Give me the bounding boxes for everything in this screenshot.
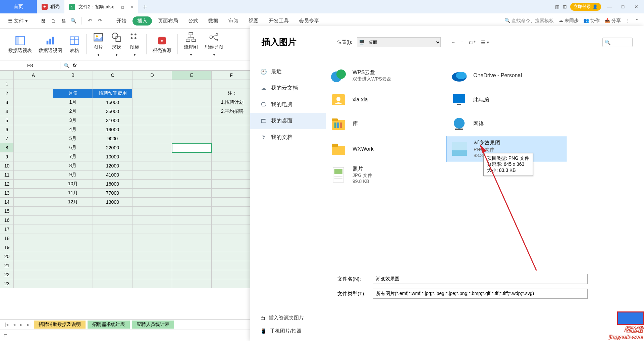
cell[interactable] xyxy=(212,270,251,279)
flowchart-button[interactable]: 流程图▾ xyxy=(180,30,201,59)
cell[interactable] xyxy=(14,89,53,98)
back-icon[interactable]: ← xyxy=(451,40,455,45)
cell[interactable] xyxy=(212,143,251,152)
chevron-up-icon[interactable]: ⌃ xyxy=(635,18,639,23)
cell[interactable] xyxy=(14,180,53,189)
preview-icon[interactable]: 🔍 xyxy=(69,17,77,25)
cell[interactable] xyxy=(172,207,212,216)
cell[interactable] xyxy=(132,80,172,89)
cell[interactable] xyxy=(172,161,212,170)
cell[interactable] xyxy=(14,189,53,198)
cell[interactable]: 22000 xyxy=(93,143,132,152)
menu-data[interactable]: 数据 xyxy=(204,16,222,26)
close-window-button[interactable]: ✕ xyxy=(631,4,641,9)
cell[interactable] xyxy=(53,270,93,279)
layout-icon[interactable]: ▥ xyxy=(555,4,559,9)
view-icon[interactable]: ☰ ▾ xyxy=(481,40,489,45)
save-icon[interactable]: 🖫 xyxy=(39,17,47,25)
cell[interactable] xyxy=(172,234,212,243)
cell[interactable]: 12000 xyxy=(93,161,132,170)
cell[interactable] xyxy=(14,243,53,252)
cell[interactable]: 注： xyxy=(212,89,251,98)
menu-member[interactable]: 会员专享 xyxy=(295,16,323,26)
redo-icon[interactable]: ↷ xyxy=(96,17,104,25)
cell[interactable] xyxy=(172,152,212,161)
sheet-nav-prev[interactable]: ◂ xyxy=(12,322,17,327)
cell[interactable] xyxy=(172,243,212,252)
cell[interactable] xyxy=(132,180,172,189)
cell[interactable] xyxy=(212,134,251,143)
cell[interactable] xyxy=(14,80,53,89)
cell[interactable] xyxy=(14,161,53,170)
file-item[interactable]: WXWork xyxy=(326,136,446,162)
cell[interactable] xyxy=(172,270,212,279)
cell[interactable] xyxy=(53,234,93,243)
cell[interactable] xyxy=(212,170,251,180)
cell[interactable] xyxy=(172,180,212,189)
cell[interactable] xyxy=(212,189,251,198)
file-item[interactable]: 此电脑 xyxy=(446,88,567,112)
cell[interactable]: 月份 xyxy=(53,89,93,98)
cell[interactable] xyxy=(93,234,132,243)
cell[interactable]: 35000 xyxy=(93,107,132,116)
sync-status[interactable]: ☁ 未同步 xyxy=(558,18,579,24)
cell[interactable] xyxy=(132,116,172,125)
undo-icon[interactable]: ↶ xyxy=(86,17,94,25)
cell[interactable] xyxy=(212,161,251,170)
phone-picture[interactable]: 📱手机图片/拍照 xyxy=(260,328,302,334)
cell[interactable] xyxy=(172,116,212,125)
cell[interactable]: 2月 xyxy=(53,107,93,116)
cell[interactable] xyxy=(132,225,172,234)
cell[interactable] xyxy=(212,198,251,207)
cell[interactable] xyxy=(172,125,212,134)
tab-file[interactable]: S 文件2：招聘.xlsx ⧉ × xyxy=(64,0,138,13)
cell[interactable] xyxy=(14,98,53,107)
sheet-tab-1[interactable]: 招聘辅助数据及说明 xyxy=(34,321,86,329)
splitview-icon[interactable]: ⧉ xyxy=(121,4,124,10)
mindmap-button[interactable]: 思维导图▾ xyxy=(201,30,227,59)
cell[interactable] xyxy=(14,143,53,152)
cell[interactable] xyxy=(172,143,212,152)
cell[interactable]: 5月 xyxy=(53,134,93,143)
filetype-select[interactable]: 所有图片(*.emf;*.wmf;*.jpg;*.jpeg;*.jpe;*.pn… xyxy=(373,289,588,299)
cell[interactable] xyxy=(132,252,172,261)
cell[interactable] xyxy=(132,189,172,198)
cell[interactable] xyxy=(53,216,93,225)
dialog-search[interactable]: 🔍 xyxy=(602,38,633,47)
cell[interactable] xyxy=(14,252,53,261)
cell[interactable] xyxy=(93,270,132,279)
cell[interactable]: 77000 xyxy=(93,189,132,198)
search-icon[interactable]: 🔍 查找命令、搜索模板 xyxy=(504,18,554,24)
shape-button[interactable]: 形状▾ xyxy=(107,30,125,59)
menu-review[interactable]: 审阅 xyxy=(224,16,243,26)
cell[interactable] xyxy=(53,252,93,261)
cell[interactable] xyxy=(172,225,212,234)
cell[interactable] xyxy=(14,216,53,225)
pivot-table-button[interactable]: 数据透视表 xyxy=(5,33,35,56)
cell[interactable] xyxy=(212,116,251,125)
cell[interactable] xyxy=(172,107,212,116)
cell[interactable] xyxy=(14,198,53,207)
cell[interactable]: 3月 xyxy=(53,116,93,125)
cell[interactable]: 10月 xyxy=(53,180,93,189)
cell[interactable] xyxy=(132,207,172,216)
cell[interactable]: 1.招聘计划 xyxy=(212,98,251,107)
print-icon[interactable]: 🖶 xyxy=(59,17,67,25)
cell[interactable] xyxy=(14,279,53,288)
file-item[interactable]: 照片JPG 文件99.8 KB xyxy=(326,162,446,188)
file-item[interactable]: 网络 xyxy=(446,112,567,136)
file-item[interactable]: WPS云盘双击进入WPS云盘 xyxy=(326,63,446,88)
sidebar-clouddoc[interactable]: ☁我的云文档 xyxy=(250,80,326,96)
cell[interactable]: 11月 xyxy=(53,189,93,198)
cell[interactable]: 8月 xyxy=(53,161,93,170)
cell[interactable] xyxy=(93,252,132,261)
file-item[interactable]: OneDrive - Personal xyxy=(446,63,567,88)
cell[interactable] xyxy=(212,207,251,216)
cell[interactable] xyxy=(212,234,251,243)
status-icon[interactable]: □ xyxy=(4,333,7,338)
menu-start[interactable]: 开始 xyxy=(112,16,130,26)
cell[interactable] xyxy=(132,261,172,270)
sidebar-mypc[interactable]: 🖵我的电脑 xyxy=(250,96,326,113)
cell[interactable] xyxy=(172,80,212,89)
cell[interactable] xyxy=(212,125,251,134)
